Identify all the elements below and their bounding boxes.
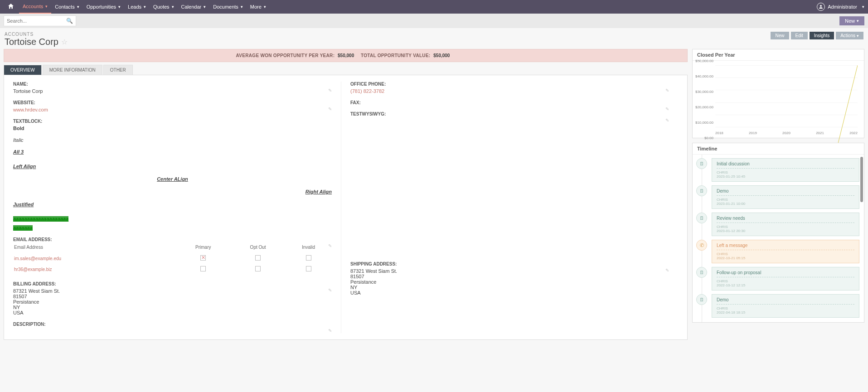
edit-pencil-icon[interactable]: ✎ bbox=[328, 328, 332, 333]
chart-x-tick: 2020 bbox=[782, 131, 790, 135]
search-box[interactable]: 🔍 bbox=[4, 15, 76, 26]
timeline-item-title: Demo bbox=[717, 189, 854, 194]
textblock-label: TEXTBLOCK: bbox=[13, 119, 332, 124]
timeline-item[interactable]: 🗓 Follow-up on proposal CHRIS 2022-10-12… bbox=[696, 267, 859, 290]
billing-line: 81507 bbox=[13, 294, 332, 299]
caret-down-icon: ▾ bbox=[172, 5, 174, 9]
timeline-item-user: CHRIS bbox=[717, 279, 854, 283]
edit-pencil-icon[interactable]: ✎ bbox=[328, 288, 332, 293]
kpi-total-label: TOTAL OPPORTUNITY VALUE: bbox=[361, 53, 431, 58]
calendar-icon: 🗓 bbox=[696, 267, 707, 278]
nav-item-accounts[interactable]: Accounts▾ bbox=[19, 0, 51, 14]
shipping-label: SHIPPING ADDRESS: bbox=[350, 261, 669, 266]
new-record-button[interactable]: New ▾ bbox=[839, 16, 864, 25]
timeline-item[interactable]: 🗓 Demo CHRIS 2023-01-21 10:00 bbox=[696, 185, 859, 209]
kpi-avg-label: AVERAGE WON OPPORTUNITY PER YEAR: bbox=[236, 53, 335, 58]
edit-pencil-icon[interactable]: ✎ bbox=[665, 88, 669, 93]
timeline-item[interactable]: 🗓 Initial discussion CHRIS 2023-01-25 10… bbox=[696, 158, 859, 182]
nav-label: More bbox=[250, 4, 262, 10]
shipping-line: 87321 West Siam St. bbox=[350, 268, 669, 274]
page-title: Tortoise Corp ☆ bbox=[5, 37, 68, 47]
phone-icon: ✆ bbox=[696, 240, 707, 251]
timeline-item[interactable]: 🗓 Review needs CHRIS 2023-01-12 20:30 bbox=[696, 213, 859, 236]
chart-area: 20182019202020212022 $0.00$10,000.00$20,… bbox=[693, 61, 864, 138]
nav-item-contacts[interactable]: Contacts▾ bbox=[51, 0, 82, 14]
edit-pencil-icon[interactable]: ✎ bbox=[665, 106, 669, 111]
nav-item-more[interactable]: More▾ bbox=[247, 0, 270, 14]
caret-down-icon: ▾ bbox=[857, 34, 859, 38]
textblock-right-align: Right Align bbox=[13, 189, 332, 194]
timeline-card: Demo CHRIS 2022-04-18 18:15 bbox=[712, 294, 859, 318]
billing-line: NY bbox=[13, 305, 332, 310]
primary-checkbox[interactable] bbox=[200, 266, 206, 271]
optout-checkbox[interactable] bbox=[255, 266, 261, 271]
timeline-item-user: CHRIS bbox=[717, 306, 854, 310]
caret-down-icon: ▾ bbox=[204, 5, 206, 9]
nav-label: Calendar bbox=[181, 4, 202, 10]
nav-item-opportunities[interactable]: Opportunities▾ bbox=[83, 0, 124, 14]
caret-down-icon: ▾ bbox=[862, 5, 864, 9]
chart-x-tick: 2022 bbox=[849, 131, 858, 135]
timeline-card: Initial discussion CHRIS 2023-01-25 10:4… bbox=[712, 158, 859, 182]
primary-checkbox[interactable] bbox=[200, 255, 206, 261]
edit-pencil-icon[interactable]: ✎ bbox=[328, 88, 332, 93]
email-link[interactable]: hr36@example.biz bbox=[14, 267, 52, 272]
name-value: Tortoise Corp bbox=[13, 88, 332, 94]
timeline-item[interactable]: ✆ Left a message CHRIS 2022-10-21 05:15 bbox=[696, 240, 859, 263]
shipping-line: Persistance bbox=[350, 279, 669, 285]
nav-label: Quotes bbox=[153, 4, 169, 10]
chart-x-tick: 2018 bbox=[715, 131, 723, 135]
timeline-card: Review needs CHRIS 2023-01-12 20:30 bbox=[712, 213, 859, 236]
nav-item-leads[interactable]: Leads▾ bbox=[124, 0, 150, 14]
nav-item-calendar[interactable]: Calendar▾ bbox=[178, 0, 210, 14]
user-menu[interactable]: Administrator ▾ bbox=[817, 3, 864, 11]
edit-pencil-icon[interactable]: ✎ bbox=[665, 118, 669, 123]
tab-more-information[interactable]: MORE INFORMATION bbox=[43, 65, 102, 75]
edit-pencil-icon[interactable]: ✎ bbox=[665, 268, 669, 273]
insights-button[interactable]: Insights bbox=[810, 32, 834, 39]
edit-button[interactable]: Edit bbox=[791, 32, 808, 39]
shipping-line: USA bbox=[350, 290, 669, 295]
timeline-item-time: 2022-10-21 05:15 bbox=[717, 256, 854, 260]
actions-button-label: Actions bbox=[840, 33, 855, 38]
email-link[interactable]: im.sales@example.edu bbox=[14, 256, 61, 261]
billing-value: 87321 West Siam St. 81507 Persistance NY… bbox=[13, 288, 332, 315]
edit-pencil-icon[interactable]: ✎ bbox=[328, 106, 332, 111]
name-label: NAME: bbox=[13, 82, 332, 87]
tab-overview[interactable]: OVERVIEW bbox=[4, 65, 42, 75]
timeline-body[interactable]: 🗓 Initial discussion CHRIS 2023-01-25 10… bbox=[693, 155, 864, 322]
nav-item-quotes[interactable]: Quotes▾ bbox=[150, 0, 177, 14]
chart-title: Closed Per Year bbox=[693, 49, 864, 61]
caret-down-icon: ▾ bbox=[857, 19, 859, 23]
sub-bar: 🔍 New ▾ bbox=[0, 14, 868, 28]
email-label: EMAIL ADDRESS: bbox=[13, 237, 332, 242]
edit-pencil-icon[interactable]: ✎ bbox=[328, 243, 332, 248]
kpi-avg-value: $50,000 bbox=[338, 53, 354, 58]
textblock-italic: Italic bbox=[13, 137, 332, 143]
caret-down-icon: ▾ bbox=[77, 5, 79, 9]
new-button[interactable]: New bbox=[771, 32, 789, 39]
timeline-item-title: Left a message bbox=[717, 243, 854, 248]
timeline-item-title: Initial discussion bbox=[717, 161, 854, 166]
actions-button[interactable]: Actions ▾ bbox=[836, 32, 863, 39]
timeline-item-user: CHRIS bbox=[717, 198, 854, 202]
search-icon[interactable]: 🔍 bbox=[66, 18, 73, 24]
website-link[interactable]: www.hrdev.com bbox=[13, 107, 48, 112]
timeline-item[interactable]: 🗓 Demo CHRIS 2022-04-18 18:15 bbox=[696, 294, 859, 318]
tab-other[interactable]: OTHER bbox=[103, 65, 133, 75]
optout-checkbox[interactable] bbox=[255, 255, 261, 261]
new-button-label: New bbox=[845, 18, 855, 24]
detail-tabs: OVERVIEWMORE INFORMATIONOTHER bbox=[4, 65, 688, 75]
billing-label: BILLING ADDRESS: bbox=[13, 281, 332, 286]
timeline-card: Demo CHRIS 2023-01-21 10:00 bbox=[712, 185, 859, 209]
invalid-checkbox[interactable] bbox=[306, 255, 311, 261]
office-phone-link[interactable]: (781) 822-3782 bbox=[350, 88, 384, 94]
invalid-checkbox[interactable] bbox=[306, 266, 311, 271]
home-icon[interactable] bbox=[7, 3, 15, 11]
email-col-header: Email Address bbox=[14, 245, 175, 252]
chart-y-tick: $10,000.00 bbox=[693, 121, 713, 125]
scrollbar[interactable] bbox=[860, 157, 863, 202]
favorite-star-icon[interactable]: ☆ bbox=[61, 38, 68, 46]
nav-item-documents[interactable]: Documents▾ bbox=[209, 0, 247, 14]
search-input[interactable] bbox=[7, 18, 66, 24]
